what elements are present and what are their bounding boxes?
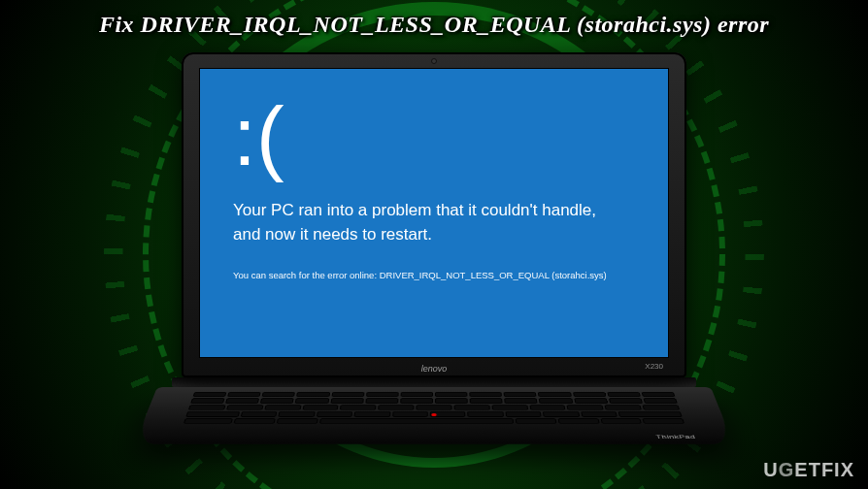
page-title: Fix DRIVER_IRQL_NOT_LESS_OR_EQUAL (stora… xyxy=(0,12,868,38)
laptop-brand-label: lenovo xyxy=(421,364,448,374)
trackpoint-icon xyxy=(431,413,436,416)
watermark-mid: G xyxy=(779,459,795,480)
watermark: UGETFIX xyxy=(763,459,854,481)
laptop-model-label: X230 xyxy=(645,362,663,371)
bsod-detail-message: You can search for the error online: DRI… xyxy=(233,270,635,280)
laptop-hinge xyxy=(172,377,696,387)
webcam-icon xyxy=(431,58,437,64)
bsod-screen: :( Your PC ran into a problem that it co… xyxy=(199,68,669,358)
laptop-lid: :( Your PC ran into a problem that it co… xyxy=(182,52,686,377)
laptop: :( Your PC ran into a problem that it co… xyxy=(157,52,711,473)
series-badge: ThinkPad xyxy=(655,434,697,440)
keyboard xyxy=(184,392,684,424)
bsod-main-message: Your PC ran into a problem that it could… xyxy=(233,199,602,246)
sad-face-icon: :( xyxy=(233,94,635,178)
watermark-prefix: U xyxy=(763,459,778,480)
watermark-suffix: ETFIX xyxy=(794,459,854,480)
laptop-deck: ThinkPad xyxy=(134,387,734,444)
